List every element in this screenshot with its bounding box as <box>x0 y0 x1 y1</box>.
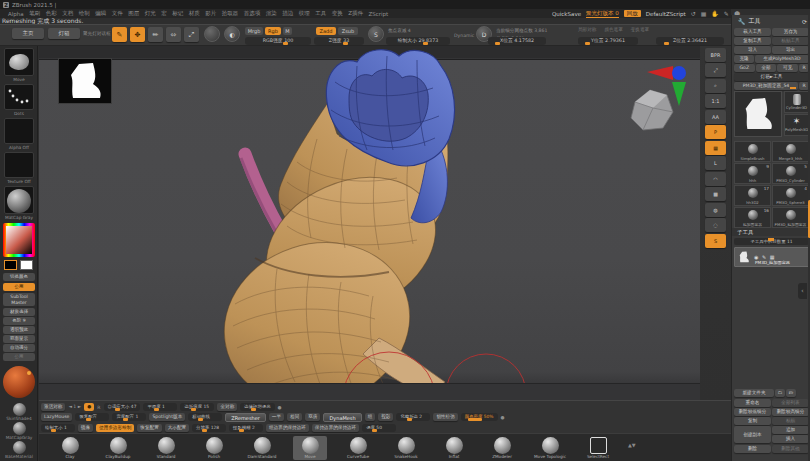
viewport-canvas[interactable]: 保持折边 <box>39 46 700 400</box>
menu-item[interactable]: 色彩 <box>46 10 57 17</box>
lightbox-button[interactable]: 灯箱 <box>48 28 80 39</box>
active-tool-name[interactable]: PM3D_鞋加固定器_54 <box>734 82 798 90</box>
spotlight-version-link[interactable]: 聚光灯版本 0 <box>586 10 619 18</box>
list-all-button[interactable]: 全部列表 <box>772 399 809 407</box>
brush-item[interactable]: CurveTube <box>341 436 375 460</box>
menu-item[interactable]: Alpha <box>8 11 24 17</box>
paste-subtool-button[interactable]: 粘贴 <box>772 417 809 425</box>
duplicate-button[interactable]: 创建副本 <box>734 426 771 443</box>
focal-shift-icon[interactable]: S <box>368 26 384 42</box>
dock-control[interactable]: 标记曲线 <box>188 413 222 421</box>
dock-control[interactable]: ZRemesher <box>225 413 266 422</box>
gizmo-button[interactable]: ✥ <box>130 27 145 42</box>
dock-control[interactable]: 激活对称 <box>41 403 65 411</box>
del-higher-button[interactable]: 删除较高细分 <box>772 408 809 416</box>
menu-item[interactable]: 影片 <box>205 10 216 17</box>
menu-item[interactable]: 首选项 <box>244 10 261 17</box>
dock-control[interactable]: 颜色密度 50% <box>461 413 498 421</box>
folder-add-icon[interactable]: 🗁 <box>786 389 796 397</box>
active-tool-preview[interactable] <box>734 91 782 137</box>
home-button[interactable]: 主页 <box>12 28 44 39</box>
persp-button[interactable]: P <box>705 125 726 139</box>
menu-item[interactable]: 笔刷 <box>29 10 40 17</box>
dock-control[interactable]: 镜像 <box>78 424 93 432</box>
brush-item[interactable]: Move <box>293 436 327 460</box>
import-button[interactable]: 导入 <box>734 46 771 54</box>
brush-picker-icon[interactable] <box>204 26 220 42</box>
spotlight-dialog-button[interactable]: 聚光灯对话框 <box>83 31 111 36</box>
tool-slot-cylinder[interactable]: Cylinder3D <box>784 91 809 113</box>
dock-control[interactable]: 使用多边形绘制 <box>96 424 134 432</box>
folder-icon[interactable]: 🗀 <box>775 389 785 397</box>
tool-history-item[interactable]: 9 hhh <box>734 163 771 184</box>
dock-control[interactable]: 恢复配置 <box>75 413 109 421</box>
dock-control[interactable]: 自适应大小 47 <box>104 403 141 411</box>
dock-control[interactable]: 组 <box>365 413 376 421</box>
append-button[interactable]: 追加 <box>772 426 809 434</box>
grid-icon[interactable]: ▦ <box>701 10 707 17</box>
menu-item[interactable]: 渲染 <box>266 10 277 17</box>
dock-control[interactable]: R <box>97 405 100 410</box>
tray-button[interactable]: 材质选择 <box>3 308 35 316</box>
make-polymesh3d-button[interactable]: 生成PolyMesh3D <box>755 55 809 63</box>
dock-control[interactable]: 组边界的保持边环 <box>266 424 309 432</box>
dock-control[interactable]: 全对称 <box>217 403 237 411</box>
del-lower-button[interactable]: 删除较低细分 <box>734 408 771 416</box>
brush-item[interactable]: ClayBuildup <box>101 436 135 460</box>
tool-history-item[interactable]: 16 鞋加固定器 <box>734 207 771 228</box>
brush-icon[interactable]: ✎ <box>724 10 729 17</box>
dock-control[interactable]: 边折痕度 15 <box>180 403 214 411</box>
dock-control[interactable]: 相同 <box>287 413 302 421</box>
menu-item[interactable]: 描边 <box>282 10 293 17</box>
menu-item[interactable]: 变换 <box>332 10 343 17</box>
switch-color-button[interactable]: 切换颜色 <box>3 273 35 281</box>
menu-item[interactable]: Z插件 <box>348 10 363 17</box>
zsub-button[interactable]: Zsub <box>338 27 358 35</box>
hand-icon[interactable]: ✋ <box>711 10 719 17</box>
subtool-section-header[interactable]: 子工具 <box>732 228 810 236</box>
z-position-slider[interactable]: Z位置 2.36421 <box>656 37 724 45</box>
stroke-thumbnail[interactable] <box>4 84 34 110</box>
dock-control[interactable]: 投影模糊 2 <box>229 424 263 432</box>
mrgb-button[interactable]: Mrgb <box>245 27 263 35</box>
tool-history-item[interactable]: 17 hh3D2 <box>734 185 771 206</box>
save-as-button[interactable]: 另存为 <box>772 28 809 36</box>
menu-item[interactable]: 文件 <box>112 10 123 17</box>
draw-size-slider[interactable]: 绘制大小 29.8373 <box>386 37 450 45</box>
current-brush-thumbnail[interactable] <box>4 48 34 76</box>
alpha-boot-thumbnail[interactable] <box>58 58 112 104</box>
rgb-intensity-slider[interactable]: RGB强度 100 <box>245 37 311 45</box>
tool-slot-polymesh3d[interactable]: ✶ PolyMesh3D <box>784 114 809 136</box>
dock-control[interactable]: 边缘环增强光 <box>240 403 274 411</box>
material-quick-item[interactable]: SkinShade4 <box>0 403 38 421</box>
default-zscript-label[interactable]: DefaultZScript <box>646 11 686 17</box>
color-picker[interactable] <box>3 223 35 257</box>
scroll-icon[interactable]: ⤢ <box>705 63 726 77</box>
brush-item[interactable]: Polish <box>197 436 231 460</box>
subtool-list-item[interactable]: ◉ ✎ ▦ PM3D_鞋加固定器 <box>734 247 809 267</box>
copy-tool-button[interactable]: 复制工具 <box>734 37 771 45</box>
tool-history-item[interactable]: Merge3_hhh <box>772 141 809 162</box>
goz-button[interactable]: GoZ <box>734 64 755 72</box>
rgb-button[interactable]: Rgb <box>265 27 281 35</box>
tool-history-item[interactable]: PM3D_鞋加固定器 <box>772 207 809 228</box>
dock-control[interactable]: 保持边界的保持边环 <box>312 424 359 432</box>
dock-control[interactable]: 绘制大小 1 <box>41 424 75 432</box>
dock-control[interactable]: 投影 <box>378 413 393 421</box>
main-color-swatch[interactable] <box>4 260 17 270</box>
boot-model[interactable] <box>39 46 700 400</box>
playback-button[interactable]: 回放 <box>624 10 641 17</box>
polyframe-button[interactable]: ▩ <box>705 187 726 201</box>
bpr-button[interactable]: BPR <box>705 48 726 62</box>
dock-control[interactable]: 强度 50 <box>362 424 396 432</box>
dock-control[interactable]: LazyMouse <box>41 413 72 421</box>
clone-button[interactable]: 克隆 <box>734 55 754 63</box>
menu-item[interactable]: 图层 <box>128 10 139 17</box>
dock-control[interactable]: DynaMesh <box>323 413 361 422</box>
tray-button[interactable]: 色阶 9 <box>3 317 35 325</box>
menu-item[interactable]: 文档 <box>62 10 73 17</box>
brush-item[interactable]: SnakeHook <box>389 436 423 460</box>
dock-control[interactable]: ● <box>501 415 505 420</box>
brush-item[interactable]: Move Topologic <box>533 436 567 460</box>
menu-item[interactable]: 绘制 <box>79 10 90 17</box>
